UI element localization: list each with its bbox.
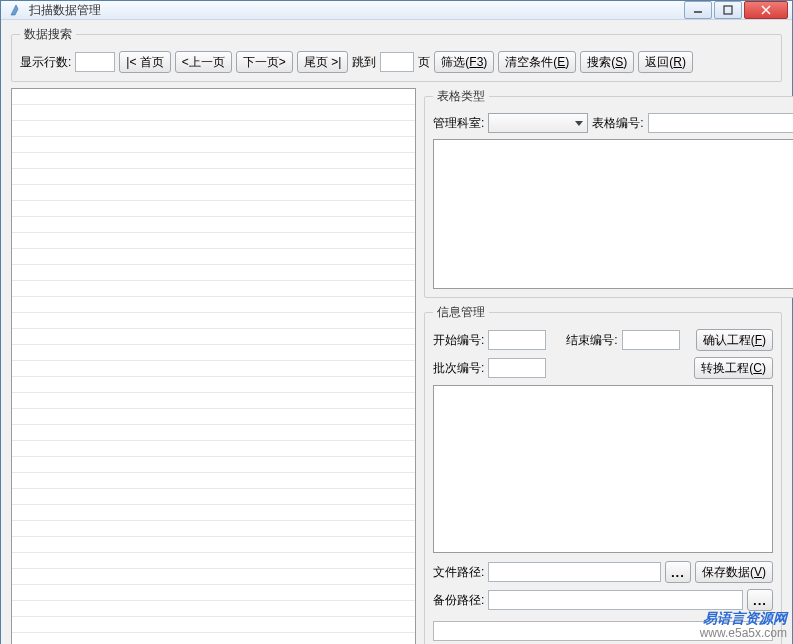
info-mgmt-legend: 信息管理	[433, 304, 489, 321]
titlebar: 扫描数据管理	[1, 1, 792, 20]
list-item	[12, 281, 415, 297]
end-no-label: 结束编号:	[566, 332, 617, 349]
list-item	[12, 185, 415, 201]
rows-label: 显示行数:	[20, 54, 71, 71]
list-item	[12, 89, 415, 105]
table-no-label: 表格编号:	[592, 115, 643, 132]
list-item	[12, 345, 415, 361]
filter-button[interactable]: 筛选(F3)	[434, 51, 494, 73]
info-mgmt-group: 信息管理 开始编号: 结束编号: 确认工程(F) 批次编号:	[424, 304, 782, 644]
list-item	[12, 297, 415, 313]
back-button[interactable]: 返回(R)	[638, 51, 693, 73]
backup-path-input[interactable]	[488, 590, 743, 610]
info-mgmt-list[interactable]	[433, 385, 773, 553]
dept-combobox[interactable]	[488, 113, 588, 133]
list-item	[12, 441, 415, 457]
jump-input[interactable]	[380, 52, 414, 72]
window-controls	[684, 1, 788, 19]
end-no-input[interactable]	[622, 330, 680, 350]
backup-path-browse-button[interactable]: ...	[747, 589, 773, 611]
list-item	[12, 265, 415, 281]
list-item	[12, 329, 415, 345]
search-toolbar: 显示行数: |< 首页 <上一页 下一页> 尾页 >| 跳到 页 筛选(F3) …	[20, 51, 773, 73]
search-button[interactable]: 搜索(S)	[580, 51, 634, 73]
file-path-label: 文件路径:	[433, 564, 484, 581]
list-item	[12, 425, 415, 441]
list-item	[12, 617, 415, 633]
data-search-legend: 数据搜索	[20, 26, 76, 43]
confirm-project-button[interactable]: 确认工程(F)	[696, 329, 773, 351]
start-no-input[interactable]	[488, 330, 546, 350]
next-page-button[interactable]: 下一页>	[236, 51, 293, 73]
table-type-list[interactable]	[433, 139, 793, 289]
list-item	[12, 137, 415, 153]
file-path-input[interactable]	[488, 562, 661, 582]
list-item	[12, 393, 415, 409]
batch-no-input[interactable]	[488, 358, 546, 378]
list-item	[12, 489, 415, 505]
list-item	[12, 169, 415, 185]
content-area: 数据搜索 显示行数: |< 首页 <上一页 下一页> 尾页 >| 跳到 页 筛选…	[1, 20, 792, 644]
batch-no-label: 批次编号:	[433, 360, 484, 377]
main-row: 表格类型 管理科室: 表格编号: 信息管理 开始编号:	[11, 88, 782, 644]
list-item	[12, 377, 415, 393]
list-item	[12, 457, 415, 473]
list-item	[12, 585, 415, 601]
dept-label: 管理科室:	[433, 115, 484, 132]
app-icon	[9, 3, 23, 17]
list-item	[12, 313, 415, 329]
list-item	[12, 553, 415, 569]
list-item	[12, 233, 415, 249]
last-page-button[interactable]: 尾页 >|	[297, 51, 348, 73]
list-item	[12, 537, 415, 553]
convert-project-button[interactable]: 转换工程(C)	[694, 357, 773, 379]
backup-path-label: 备份路径:	[433, 592, 484, 609]
list-item	[12, 633, 415, 644]
file-path-browse-button[interactable]: ...	[665, 561, 691, 583]
list-item	[12, 361, 415, 377]
svg-rect-1	[724, 6, 732, 14]
list-item	[12, 505, 415, 521]
status-bar	[433, 621, 773, 641]
list-item	[12, 121, 415, 137]
table-type-group: 表格类型 管理科室: 表格编号:	[424, 88, 793, 298]
list-item	[12, 473, 415, 489]
table-no-input[interactable]	[648, 113, 793, 133]
minimize-button[interactable]	[684, 1, 712, 19]
right-column: 表格类型 管理科室: 表格编号: 信息管理 开始编号:	[424, 88, 782, 644]
list-item	[12, 409, 415, 425]
rows-input[interactable]	[75, 52, 115, 72]
result-list[interactable]	[11, 88, 416, 644]
first-page-button[interactable]: |< 首页	[119, 51, 170, 73]
data-search-group: 数据搜索 显示行数: |< 首页 <上一页 下一页> 尾页 >| 跳到 页 筛选…	[11, 26, 782, 82]
list-item	[12, 105, 415, 121]
save-data-button[interactable]: 保存数据(V)	[695, 561, 773, 583]
list-item	[12, 569, 415, 585]
start-no-label: 开始编号:	[433, 332, 484, 349]
close-button[interactable]	[744, 1, 788, 19]
main-window: 扫描数据管理 数据搜索 显示行数: |< 首页 <上一页 下一页> 尾页 >| …	[0, 0, 793, 644]
list-item	[12, 201, 415, 217]
jump-label: 跳到	[352, 54, 376, 71]
list-item	[12, 601, 415, 617]
chevron-down-icon	[575, 121, 583, 126]
clear-conditions-button[interactable]: 清空条件(E)	[498, 51, 576, 73]
maximize-button[interactable]	[714, 1, 742, 19]
list-item	[12, 521, 415, 537]
list-item	[12, 153, 415, 169]
list-item	[12, 249, 415, 265]
prev-page-button[interactable]: <上一页	[175, 51, 232, 73]
table-type-legend: 表格类型	[433, 88, 489, 105]
window-title: 扫描数据管理	[29, 2, 684, 19]
list-item	[12, 217, 415, 233]
page-suffix: 页	[418, 54, 430, 71]
